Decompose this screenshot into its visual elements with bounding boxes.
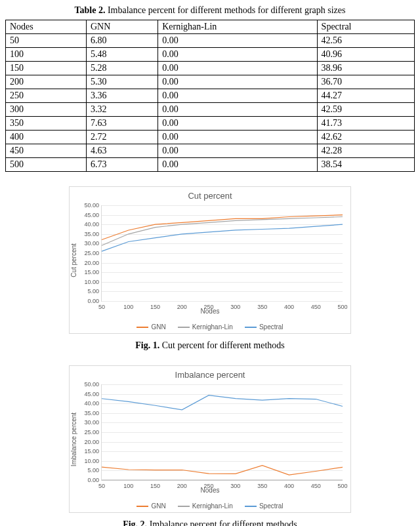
plot-area: 0.005.0010.0015.0020.0025.0030.0035.0040… (101, 205, 343, 302)
table-cell: 3.32 (86, 103, 158, 117)
chart-imbalance-percent: Imbalance percent Imbalance percent 0.00… (69, 365, 351, 513)
table-cell: 0.00 (158, 158, 317, 172)
table-cell: 0.00 (158, 62, 317, 75)
legend-label: Spectral (259, 323, 284, 331)
x-tick-label: 200 (177, 301, 187, 310)
table-cell: 400 (6, 131, 87, 144)
table-cell: 38.54 (317, 158, 414, 172)
x-tick-label: 100 (123, 301, 133, 310)
table-caption-label: Table 2. (74, 5, 105, 15)
y-tick-label: 40.00 (84, 221, 102, 228)
y-tick-label: 45.00 (84, 391, 102, 397)
y-tick-label: 45.00 (84, 212, 102, 218)
table-row: 3507.630.0041.73 (6, 117, 415, 131)
y-tick-label: 35.00 (84, 410, 102, 416)
table-cell: 250 (6, 89, 87, 103)
legend-label: GNN (151, 323, 165, 331)
y-axis-label: Imbalance percent (70, 412, 77, 466)
table-cell: 6.80 (86, 34, 158, 48)
col-gnn: GNN (86, 20, 158, 34)
table-cell: 41.73 (317, 117, 414, 131)
table-cell: 3.36 (86, 89, 158, 103)
table-cell: 0.00 (158, 103, 317, 117)
x-tick-label: 450 (311, 480, 321, 489)
x-tick-label: 500 (337, 480, 347, 489)
y-tick-label: 30.00 (84, 240, 102, 247)
y-tick-label: 5.00 (87, 288, 102, 294)
y-tick-label: 15.00 (84, 448, 102, 455)
col-spectral: Spectral (317, 20, 414, 34)
series-layer (102, 205, 343, 301)
table-cell: 350 (6, 117, 87, 131)
y-tick-label: 10.00 (84, 279, 102, 285)
table-caption-text: Imbalance percent for different methods … (105, 5, 345, 15)
table-row: 2503.360.0044.27 (6, 89, 415, 103)
table-cell: 0.00 (158, 48, 317, 62)
table-row: 4002.720.0042.62 (6, 131, 415, 144)
y-tick-label: 30.00 (84, 419, 102, 426)
table-cell: 0.00 (158, 75, 317, 89)
table-row: 3003.320.0042.59 (6, 103, 415, 117)
x-tick-label: 300 (230, 301, 240, 310)
y-tick-label: 5.00 (87, 467, 102, 474)
y-tick-label: 25.00 (84, 250, 102, 256)
y-tick-label: 10.00 (84, 458, 102, 464)
table-cell: 42.56 (317, 34, 414, 48)
table-row: 506.800.0042.56 (6, 34, 415, 48)
series-line (102, 466, 343, 475)
table-cell: 40.96 (317, 48, 414, 62)
legend-label: Spectral (259, 502, 284, 510)
chart-title: Imbalance percent (70, 366, 350, 380)
legend-item-spectral: Spectral (245, 502, 284, 510)
y-tick-label: 15.00 (84, 269, 102, 275)
col-kl: Kernighan-Lin (158, 20, 317, 34)
x-tick-label: 400 (284, 301, 294, 310)
y-tick-label: 40.00 (84, 400, 102, 407)
table-cell: 0.00 (158, 144, 317, 158)
table-row: 2005.300.0036.70 (6, 75, 415, 89)
table-cell: 7.63 (86, 117, 158, 131)
table-cell: 450 (6, 144, 87, 158)
legend-label: GNN (151, 502, 165, 510)
x-tick-label: 350 (257, 301, 267, 310)
table-cell: 300 (6, 103, 87, 117)
chart-title: Cut percent (70, 187, 350, 201)
x-tick-label: 450 (311, 301, 321, 310)
legend-swatch (245, 506, 257, 507)
x-tick-label: 100 (123, 480, 133, 489)
legend-label: Kernighan-Lin (192, 502, 233, 510)
x-tick-label: 50 (98, 480, 105, 489)
x-axis-label: Nodes (201, 308, 220, 315)
table-cell: 5.30 (86, 75, 158, 89)
legend-item-gnn: GNN (136, 323, 165, 331)
table-cell: 0.00 (158, 34, 317, 48)
table-cell: 0.00 (158, 117, 317, 131)
y-tick-label: 20.00 (84, 439, 102, 445)
fig2-caption-text: Imbalance percent for different methods (147, 519, 297, 526)
series-layer (102, 384, 343, 480)
table-header-row: Nodes GNN Kernighan-Lin Spectral (6, 20, 415, 34)
table-row: 1505.280.0038.96 (6, 62, 415, 75)
y-tick-label: 35.00 (84, 231, 102, 237)
chart-cut-percent: Cut percent Cut percent 0.005.0010.0015.… (69, 186, 351, 334)
table-cell: 6.73 (86, 158, 158, 172)
legend-item-gnn: GNN (136, 502, 165, 510)
x-tick-label: 300 (230, 480, 240, 489)
fig1-caption: Fig. 1. Cut percent for different method… (5, 340, 415, 351)
plot-area: 0.005.0010.0015.0020.0025.0030.0035.0040… (101, 384, 343, 481)
legend: GNN Kernighan-Lin Spectral (70, 502, 350, 510)
fig1-caption-text: Cut percent for different methods (159, 340, 285, 350)
y-tick-label: 50.00 (84, 202, 102, 209)
table-cell: 42.59 (317, 103, 414, 117)
table-cell: 500 (6, 158, 87, 172)
x-tick-label: 350 (257, 480, 267, 489)
legend-swatch (178, 327, 190, 328)
x-tick-label: 150 (150, 480, 160, 489)
legend-item-kl: Kernighan-Lin (178, 323, 233, 331)
legend-swatch (136, 327, 148, 328)
x-tick-label: 400 (284, 480, 294, 489)
table-cell: 42.62 (317, 131, 414, 144)
table-cell: 100 (6, 48, 87, 62)
table-cell: 4.63 (86, 144, 158, 158)
table-cell: 42.28 (317, 144, 414, 158)
